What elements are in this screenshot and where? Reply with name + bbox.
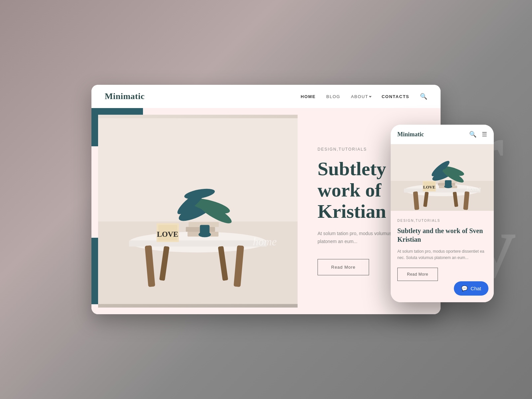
mobile-nav-icons: 🔍 ☰ xyxy=(469,131,487,138)
mobile-hero-image: LOVE home xyxy=(391,144,494,211)
about-chevron-icon xyxy=(369,95,371,97)
mobile-mockup: Minimatic 🔍 ☰ xyxy=(391,125,494,302)
hero-image-area: LOVE home xyxy=(91,108,298,314)
scene-container: Minimatic HOME BLOG ABOUT CONTACTS 🔍 xyxy=(91,85,441,314)
desktop-hero: LOVE home DESIGN,TUTORIALS Subtletywork … xyxy=(91,108,441,314)
svg-text:home: home xyxy=(253,236,277,248)
desktop-nav-links: HOME BLOG ABOUT CONTACTS 🔍 xyxy=(301,93,427,100)
svg-text:LOVE: LOVE xyxy=(423,185,436,190)
nav-about[interactable]: ABOUT xyxy=(351,94,371,99)
mobile-navbar: Minimatic 🔍 ☰ xyxy=(391,125,494,144)
hero-image: LOVE home xyxy=(98,115,298,308)
svg-rect-12 xyxy=(200,225,209,234)
desktop-logo: Minimatic xyxy=(105,91,145,101)
hero-illustration: LOVE home xyxy=(98,115,298,308)
mobile-menu-icon[interactable]: ☰ xyxy=(482,131,487,138)
nav-contacts[interactable]: CONTACTS xyxy=(382,94,409,99)
nav-blog[interactable]: BLOG xyxy=(326,94,340,99)
mobile-article-title: Subtlety and the work of Sven Kristian xyxy=(397,226,487,244)
mobile-chat-button[interactable]: 💬 Chat xyxy=(454,281,488,296)
mobile-illustration: LOVE home xyxy=(391,144,494,211)
chat-label: Chat xyxy=(470,286,481,291)
svg-rect-34 xyxy=(445,180,452,187)
mobile-article-content: DESIGN,TUTORIALS Subtlety and the work o… xyxy=(391,211,494,289)
mobile-logo: Minimatic xyxy=(397,131,424,138)
mobile-chat-area: 💬 Chat xyxy=(391,289,494,302)
desktop-mockup: Minimatic HOME BLOG ABOUT CONTACTS 🔍 xyxy=(91,85,441,314)
chat-bubble-icon: 💬 xyxy=(461,285,468,292)
desktop-navbar: Minimatic HOME BLOG ABOUT CONTACTS 🔍 xyxy=(91,85,441,108)
svg-text:home: home xyxy=(466,185,481,192)
svg-text:LOVE: LOVE xyxy=(157,230,178,238)
desktop-read-more-button[interactable]: Read More xyxy=(318,259,369,275)
mobile-article-excerpt: At solum tation pro, modus oportere diss… xyxy=(397,248,487,261)
mobile-search-icon[interactable]: 🔍 xyxy=(469,131,476,138)
mobile-read-more-button[interactable]: Read More xyxy=(397,268,438,281)
nav-home[interactable]: HOME xyxy=(301,94,316,99)
search-icon[interactable]: 🔍 xyxy=(420,93,427,100)
mobile-category: DESIGN,TUTORIALS xyxy=(397,219,487,222)
